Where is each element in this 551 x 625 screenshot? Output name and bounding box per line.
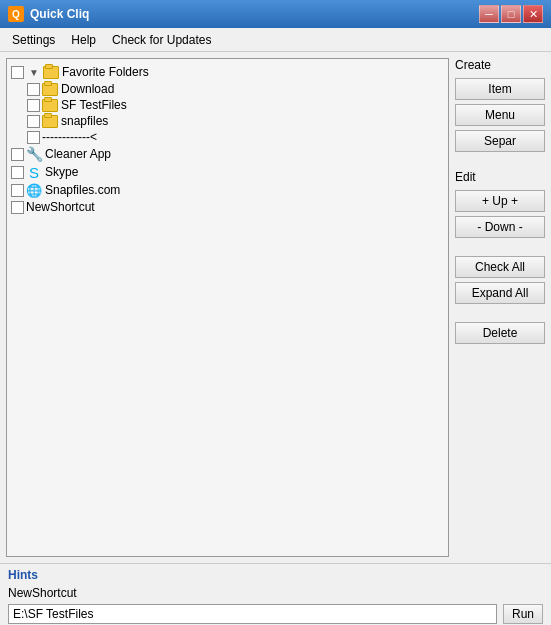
tree-download-label: Download [61,82,114,96]
menu-settings[interactable]: Settings [4,29,63,51]
tree-download-folder-icon [42,83,58,96]
item-button[interactable]: Item [455,78,545,100]
tree-panel[interactable]: ▼ Favorite Folders Download SF TestFiles… [6,58,449,557]
tree-item-cleaner[interactable]: 🔧 Cleaner App [11,145,444,163]
minimize-button[interactable]: ─ [479,5,499,23]
tree-item-download[interactable]: Download [27,81,444,97]
tree-item-newshortcut[interactable]: NewShortcut [11,199,444,215]
tree-snapcom-label: Snapfiles.com [45,183,120,197]
main-content: ▼ Favorite Folders Download SF TestFiles… [0,52,551,563]
tree-snapfiles-checkbox[interactable] [27,115,40,128]
expand-all-button[interactable]: Expand All [455,282,545,304]
tree-item-separator: ------------< [27,129,444,145]
tree-root-label: Favorite Folders [62,65,149,79]
tree-skype-checkbox[interactable] [11,166,24,179]
create-label: Create [455,58,545,72]
run-button[interactable]: Run [503,604,543,624]
tree-item-skype[interactable]: S Skype [11,163,444,181]
tree-sep-checkbox[interactable] [27,131,40,144]
tree-item-snapfiles-com[interactable]: 🌐 Snapfiles.com [11,181,444,199]
tree-newshortcut-checkbox[interactable] [11,201,24,214]
skype-icon: S [26,164,42,180]
app-title: Quick Cliq [30,7,89,21]
check-all-button[interactable]: Check All [455,256,545,278]
path-row: Run [8,604,543,624]
hints-label: Hints [8,568,543,582]
tree-snapfiles-label: snapfiles [61,114,108,128]
title-bar-controls: ─ □ ✕ [479,5,543,23]
up-button[interactable]: + Up + [455,190,545,212]
separ-button[interactable]: Separ [455,130,545,152]
tree-cleaner-label: Cleaner App [45,147,111,161]
tree-item-snapfiles[interactable]: snapfiles [27,113,444,129]
tree-sf-checkbox[interactable] [27,99,40,112]
delete-button[interactable]: Delete [455,322,545,344]
tree-sf-folder-icon [42,99,58,112]
tree-root-folder-icon [43,66,59,79]
shortcut-name: NewShortcut [8,586,78,600]
tree-skype-label: Skype [45,165,78,179]
maximize-button[interactable]: □ [501,5,521,23]
menu-button[interactable]: Menu [455,104,545,126]
title-bar: Q Quick Cliq ─ □ ✕ [0,0,551,28]
menu-help[interactable]: Help [63,29,104,51]
tree-root-expand[interactable]: ▼ [26,64,42,80]
tree-item-sf-testfiles[interactable]: SF TestFiles [27,97,444,113]
edit-label: Edit [455,170,545,184]
tree-download-checkbox[interactable] [27,83,40,96]
shortcut-row: NewShortcut [8,586,543,600]
down-button[interactable]: - Down - [455,216,545,238]
tree-snapcom-checkbox[interactable] [11,184,24,197]
tree-snapfiles-folder-icon [42,115,58,128]
right-panel: Create Item Menu Separ Edit + Up + - Dow… [455,58,545,557]
tree-sf-label: SF TestFiles [61,98,127,112]
menu-bar: Settings Help Check for Updates [0,28,551,52]
close-button[interactable]: ✕ [523,5,543,23]
app-icon: Q [8,6,24,22]
path-input[interactable] [8,604,497,624]
title-bar-left: Q Quick Cliq [8,6,89,22]
snapfiles-com-icon: 🌐 [26,182,42,198]
tree-cleaner-checkbox[interactable] [11,148,24,161]
tree-root-checkbox[interactable] [11,66,24,79]
menu-check-updates[interactable]: Check for Updates [104,29,219,51]
hints-section: Hints NewShortcut Run Apply Choose type … [0,563,551,625]
tree-root[interactable]: ▼ Favorite Folders [11,63,444,81]
tree-newshortcut-label: NewShortcut [26,200,95,214]
cleaner-icon: 🔧 [26,146,42,162]
tree-sep-label: ------------< [42,130,97,144]
